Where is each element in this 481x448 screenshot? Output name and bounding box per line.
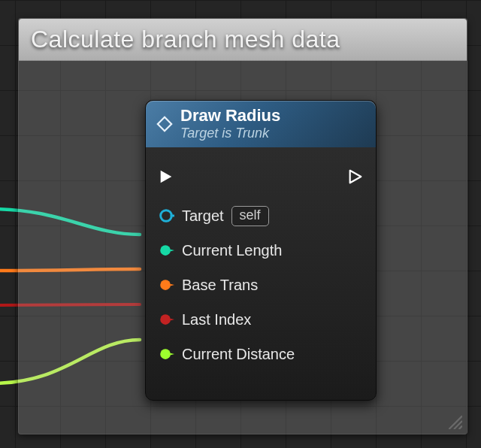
target-pin[interactable] (158, 207, 174, 224)
data-pin-icon (158, 346, 174, 362)
current-distance-pin-row: Current Distance (158, 337, 364, 371)
node-header[interactable]: Draw Radius Target is Trunk (146, 101, 376, 147)
function-icon (156, 116, 173, 132)
data-pin-icon (158, 311, 174, 328)
exec-out-pin[interactable] (347, 168, 364, 185)
current-distance-pin[interactable] (158, 346, 174, 362)
svg-point-5 (160, 245, 171, 256)
base-trans-pin-row: Base Trans (158, 268, 364, 302)
svg-line-2 (459, 426, 462, 429)
comment-title: Calculate branch mesh data (31, 26, 340, 53)
svg-point-7 (160, 314, 171, 325)
exec-in-icon (158, 168, 174, 186)
target-label: Target (182, 207, 224, 225)
svg-rect-4 (171, 215, 175, 217)
node-subtitle: Target is Trunk (180, 126, 280, 141)
comment-header[interactable]: Calculate branch mesh data (19, 19, 467, 61)
current-distance-label: Current Distance (182, 346, 295, 363)
resize-grip-icon[interactable] (446, 413, 462, 429)
svg-point-8 (160, 349, 171, 359)
last-index-label: Last Index (182, 311, 251, 328)
exec-in-pin[interactable] (158, 168, 174, 185)
data-pin-icon (158, 242, 174, 259)
data-pin-icon (158, 277, 174, 293)
target-pin-row: Target self (158, 198, 364, 233)
node-body: Target self Current Length (146, 147, 376, 379)
last-index-pin-row: Last Index (158, 302, 364, 337)
current-length-pin-row: Current Length (158, 233, 364, 268)
svg-point-3 (161, 210, 172, 222)
exec-row (158, 158, 364, 195)
node-title: Draw Radius (180, 107, 280, 125)
comment-block[interactable]: Calculate branch mesh data Draw Radius T… (18, 18, 467, 434)
exec-out-icon (347, 168, 364, 186)
draw-radius-node[interactable]: Draw Radius Target is Trunk (145, 100, 377, 401)
base-trans-label: Base Trans (182, 277, 258, 294)
svg-point-6 (160, 280, 171, 290)
base-trans-pin[interactable] (158, 277, 174, 293)
current-length-label: Current Length (182, 242, 282, 259)
target-value[interactable]: self (231, 206, 269, 226)
node-title-block: Draw Radius Target is Trunk (180, 107, 280, 141)
object-pin-icon (158, 207, 174, 224)
current-length-pin[interactable] (158, 242, 174, 259)
last-index-pin[interactable] (158, 311, 174, 328)
